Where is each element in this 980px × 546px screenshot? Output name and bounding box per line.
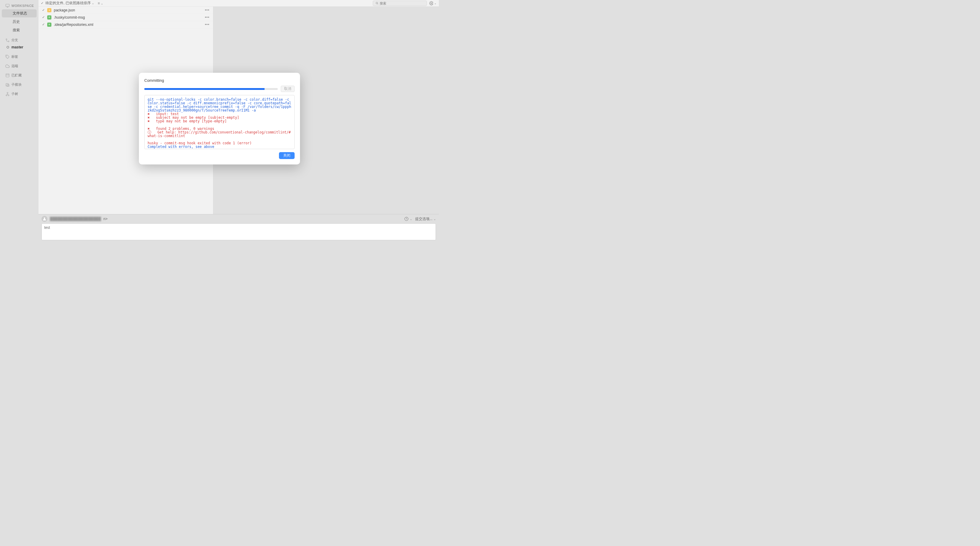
close-button[interactable]: 关闭 xyxy=(279,152,294,159)
log-done: Completed with errors, see above xyxy=(148,145,214,149)
log-command: git --no-optional-locks -c color.branch=… xyxy=(148,97,291,113)
progress-fill xyxy=(144,88,264,90)
log-output[interactable]: git --no-optional-locks -c color.branch=… xyxy=(144,95,294,149)
cancel-button[interactable]: 取消 xyxy=(281,86,294,92)
log-error: ✖ type may not be empty [type-empty] xyxy=(148,119,227,123)
log-help: ⓘ Get help: https://github.com/conventio… xyxy=(148,130,291,138)
dialog-title: Committing xyxy=(144,78,294,83)
progress-bar xyxy=(144,88,278,90)
modal-overlay: Committing 取消 git --no-optional-locks -c… xyxy=(0,0,439,244)
committing-dialog: Committing 取消 git --no-optional-locks -c… xyxy=(139,73,300,164)
